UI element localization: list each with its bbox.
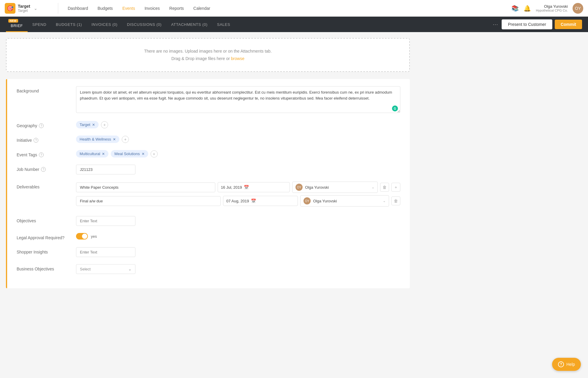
brand-icon: 🎯	[5, 3, 15, 14]
browse-link[interactable]: browse	[231, 56, 244, 61]
chevron-down-icon[interactable]: ⌄	[34, 6, 37, 11]
assignee-avatar-1: OY	[295, 184, 303, 191]
job-number-input[interactable]	[76, 165, 135, 174]
objectives-control	[76, 216, 400, 226]
main-content: There are no images. Upload images here …	[0, 32, 416, 294]
assignee-name-2: Olga Yurovski	[313, 199, 380, 203]
brand-info: Target Target	[18, 4, 30, 13]
initiative-row: Initiative ? Health & Wellness ✕ +	[17, 136, 400, 143]
event-tag-multicultural: Multicultural ✕	[76, 150, 108, 158]
deliverable-row-2: 07 Aug, 2019 📅 OY Olga Yurovski ⌄ 🗑	[76, 195, 400, 207]
select-chevron-icon: ⌄	[128, 267, 132, 271]
tab-brief[interactable]: New BRIEF	[6, 17, 28, 32]
upload-text-line1: There are no images. Upload images here …	[15, 48, 400, 55]
background-control: Lorem ipsum dolor sit amet, et vel alter…	[76, 86, 400, 114]
legal-approval-toggle[interactable]	[76, 233, 88, 240]
shopper-insights-row: Shopper Insights	[17, 247, 400, 257]
tab-discussions[interactable]: DISCUSSIONS (0)	[122, 17, 167, 32]
brand-area[interactable]: 🎯 Target Target ⌄	[5, 3, 58, 14]
assignee-name-1: Olga Yurovski	[305, 185, 369, 190]
event-tags-control: Multicultural ✕ Meal Solutions ✕ +	[76, 150, 400, 158]
tab-sales[interactable]: SALES	[212, 17, 235, 32]
initiative-tag-remove[interactable]: ✕	[113, 138, 116, 141]
calendar-icon-2: 📅	[251, 199, 256, 203]
business-objectives-row: Business Objectives Select ⌄	[17, 264, 400, 274]
deliverables-control: 16 Jul, 2019 📅 OY Olga Yurovski ⌄ 🗑 +	[76, 182, 400, 209]
nav-calendar[interactable]: Calendar	[193, 6, 210, 11]
job-number-control	[76, 165, 400, 174]
tab-spend[interactable]: SPEND	[28, 17, 51, 32]
legal-approval-control: yes	[76, 233, 400, 240]
book-icon[interactable]: 📚	[511, 5, 519, 12]
business-objectives-label: Business Objectives	[17, 264, 76, 271]
commit-button[interactable]: Commit	[555, 20, 582, 29]
background-row: Background Lorem ipsum dolor sit amet, e…	[17, 86, 400, 114]
geography-control: Target ✕ +	[76, 121, 400, 128]
user-info: Olga Yurovski Hypothetical CPG Co.	[536, 4, 568, 12]
nav-right: 📚 🔔 Olga Yurovski Hypothetical CPG Co. O…	[511, 3, 583, 14]
job-number-help-icon[interactable]: ?	[41, 167, 46, 172]
job-number-row: Job Number ?	[17, 165, 400, 174]
event-tags-label: Event Tags ?	[17, 150, 76, 157]
nav-reports[interactable]: Reports	[169, 6, 184, 11]
event-tags-help-icon[interactable]: ?	[39, 152, 44, 157]
deliverable-1-add-button[interactable]: +	[391, 183, 400, 192]
initiative-tags: Health & Wellness ✕ +	[76, 136, 400, 143]
geography-help-icon[interactable]: ?	[39, 123, 44, 128]
tab-budgets[interactable]: BUDGETS (1)	[51, 17, 87, 32]
deliverable-1-name-input[interactable]	[76, 182, 215, 192]
nav-budgets[interactable]: Budgets	[98, 6, 113, 11]
shopper-insights-input[interactable]	[76, 247, 135, 257]
tab-attachments[interactable]: ATTACHMENTS (0)	[166, 17, 212, 32]
geography-tag-remove[interactable]: ✕	[92, 123, 95, 127]
geography-tags: Target ✕ +	[76, 121, 400, 128]
more-options-icon[interactable]: ⋯	[489, 21, 502, 28]
avatar[interactable]: OY	[573, 3, 583, 14]
nav-events[interactable]: Events	[122, 6, 135, 11]
bell-icon[interactable]: 🔔	[524, 5, 531, 12]
geography-label: Geography ?	[17, 121, 76, 128]
objectives-label: Objectives	[17, 216, 76, 223]
deliverable-2-delete-button[interactable]: 🗑	[391, 196, 400, 205]
business-objectives-select[interactable]: Select ⌄	[76, 264, 135, 274]
background-textarea[interactable]: Lorem ipsum dolor sit amet, et vel alter…	[76, 86, 400, 113]
deliverable-2-assignee[interactable]: OY Olga Yurovski ⌄	[300, 195, 389, 207]
image-upload-area[interactable]: There are no images. Upload images here …	[6, 38, 410, 72]
initiative-control: Health & Wellness ✕ +	[76, 136, 400, 143]
initiative-tag-add[interactable]: +	[122, 136, 129, 143]
legal-toggle-label: yes	[91, 234, 97, 239]
shopper-insights-label: Shopper Insights	[17, 247, 76, 254]
job-number-label: Job Number ?	[17, 165, 76, 172]
initiative-label: Initiative ?	[17, 136, 76, 143]
present-to-customer-button[interactable]: Present to Customer	[502, 19, 552, 29]
deliverable-1-date[interactable]: 16 Jul, 2019 📅	[218, 182, 290, 192]
objectives-input[interactable]	[76, 216, 135, 226]
top-nav: 🎯 Target Target ⌄ Dashboard Budgets Even…	[0, 0, 588, 17]
user-name: Olga Yurovski	[536, 4, 568, 9]
upload-text-line2: Drag & Drop image files here or browse	[15, 55, 400, 62]
calendar-icon-1: 📅	[244, 185, 249, 190]
event-tags: Multicultural ✕ Meal Solutions ✕ +	[76, 150, 400, 158]
deliverable-2-date[interactable]: 07 Aug, 2019 📅	[223, 196, 298, 206]
geography-tag-target: Target ✕	[76, 121, 99, 128]
deliverable-2-name-input[interactable]	[76, 196, 221, 206]
event-tag-multicultural-remove[interactable]: ✕	[102, 152, 105, 156]
tab-invoices[interactable]: INVOICES (0)	[87, 17, 122, 32]
event-tag-meal-solutions-remove[interactable]: ✕	[142, 152, 145, 156]
geography-tag-add[interactable]: +	[101, 121, 108, 128]
main-nav: Dashboard Budgets Events Invoices Report…	[58, 6, 511, 11]
deliverable-1-assignee[interactable]: OY Olga Yurovski ⌄	[292, 182, 378, 193]
geography-row: Geography ? Target ✕ +	[17, 121, 400, 128]
initiative-help-icon[interactable]: ?	[34, 138, 38, 143]
nav-invoices[interactable]: Invoices	[145, 6, 160, 11]
brand-name: Target	[18, 4, 30, 9]
event-tag-add[interactable]: +	[151, 150, 158, 158]
business-objectives-control: Select ⌄	[76, 264, 400, 274]
user-company: Hypothetical CPG Co.	[536, 9, 568, 12]
event-tag-meal-solutions: Meal Solutions ✕	[111, 150, 148, 158]
deliverable-1-delete-button[interactable]: 🗑	[380, 183, 389, 192]
brand-sub: Target	[18, 9, 30, 13]
background-label: Background	[17, 86, 76, 93]
nav-dashboard[interactable]: Dashboard	[68, 6, 88, 11]
toggle-knob	[82, 234, 87, 239]
